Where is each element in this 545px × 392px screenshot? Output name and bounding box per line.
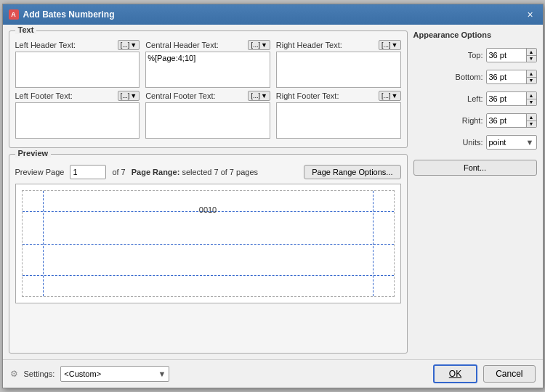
top-spinner-arrows: ▲ ▼ (526, 49, 536, 62)
bottom-spin-down[interactable]: ▼ (527, 78, 536, 84)
central-footer-input[interactable] (145, 102, 270, 139)
bottom-spinner-arrows: ▲ ▼ (526, 70, 536, 83)
add-bates-dialog: A Add Bates Numbering × Text Left Header… (2, 4, 544, 388)
top-label: Top: (468, 51, 483, 60)
central-footer-group: Central Footer Text: [...] ▼ (145, 91, 270, 139)
right-header-label: Right Header Text: (276, 41, 342, 49)
left-header-label-row: Left Header Text: [...] ▼ (15, 40, 140, 50)
right-panel: Appearance Options Top: ▲ ▼ Bottom: (413, 30, 537, 354)
right-spin-down[interactable]: ▼ (527, 121, 536, 128)
central-header-group: Central Header Text: [...] ▼ (145, 40, 270, 88)
left-footer-label-row: Left Footer Text: [...] ▼ (15, 91, 140, 101)
dialog-title: Add Bates Numbering (23, 9, 115, 20)
preview-section: Preview Preview Page ▲ ▼ of 7 Page Range… (9, 154, 408, 354)
right-footer-label-row: Right Footer Text: [...] ▼ (276, 91, 401, 101)
left-spin-down[interactable]: ▼ (527, 99, 536, 106)
right-spinner[interactable]: ▲ ▼ (486, 113, 537, 128)
center-line (23, 244, 394, 245)
left-header-input[interactable] (15, 52, 140, 88)
left-spinner-arrows: ▲ ▼ (526, 92, 536, 105)
cancel-button[interactable]: Cancel (483, 365, 535, 383)
page-range-info: Page Range: selected 7 of 7 pages (132, 168, 298, 176)
central-footer-insert-btn[interactable]: [...] ▼ (248, 91, 270, 101)
units-row: Units: point ▼ (413, 135, 537, 150)
footer-row: Left Footer Text: [...] ▼ Central Footer… (15, 91, 401, 139)
central-footer-label-row: Central Footer Text: [...] ▼ (145, 91, 270, 101)
left-footer-group: Left Footer Text: [...] ▼ (15, 91, 140, 139)
right-spin-up[interactable]: ▲ (527, 114, 536, 121)
dialog-footer: ⚙ Settings: <Custom> ▼ OK Cancel (3, 359, 543, 388)
central-header-input[interactable] (145, 52, 270, 88)
left-panel: Text Left Header Text: [...] ▼ (9, 30, 408, 354)
left-footer-label: Left Footer Text: (15, 91, 73, 100)
bates-number-preview: 0010 (199, 205, 217, 214)
right-header-label-row: Right Header Text: [...] ▼ (276, 40, 401, 50)
central-header-insert-btn[interactable]: [...] ▼ (248, 40, 270, 50)
units-label: Units: (462, 138, 483, 147)
left-row: Left: ▲ ▼ (413, 91, 537, 106)
font-button[interactable]: Font... (413, 160, 537, 176)
units-dropdown-arrow: ▼ (526, 138, 534, 147)
bottom-value[interactable] (487, 73, 526, 81)
right-header-group: Right Header Text: [...] ▼ (276, 40, 401, 88)
left-footer-insert-btn[interactable]: [...] ▼ (118, 91, 140, 101)
left-value[interactable] (487, 94, 526, 103)
right-spinner-arrows: ▲ ▼ (526, 114, 536, 127)
central-header-label-row: Central Header Text: [...] ▼ (145, 40, 270, 50)
left-spinner[interactable]: ▲ ▼ (486, 91, 537, 106)
pdf-icon: A (9, 9, 19, 20)
bottom-spin-up[interactable]: ▲ (527, 70, 536, 78)
text-section: Text Left Header Text: [...] ▼ (9, 30, 408, 148)
left-header-group: Left Header Text: [...] ▼ (15, 40, 140, 88)
bottom-spinner[interactable]: ▲ ▼ (486, 70, 537, 84)
top-row: Top: ▲ ▼ (413, 48, 537, 62)
preview-canvas: 0010 (15, 184, 401, 303)
title-bar-left: A Add Bates Numbering (9, 9, 115, 20)
right-header-input[interactable] (276, 52, 401, 88)
left-header-insert-btn[interactable]: [...] ▼ (118, 40, 140, 50)
bottom-label: Bottom: (456, 73, 483, 81)
ok-button[interactable]: OK (433, 364, 477, 383)
left-label: Left: (467, 94, 483, 103)
title-bar: A Add Bates Numbering × (3, 4, 543, 25)
left-header-label: Left Header Text: (15, 41, 76, 49)
top-spin-up[interactable]: ▲ (527, 49, 536, 56)
preview-section-title: Preview (15, 149, 52, 158)
preview-inner: 0010 (22, 190, 395, 297)
preview-controls: Preview Page ▲ ▼ of 7 Page Range: select… (15, 165, 401, 179)
right-row: Right: ▲ ▼ (413, 113, 537, 128)
bottom-row: Bottom: ▲ ▼ (413, 70, 537, 84)
footer-margin-line (23, 275, 394, 276)
central-footer-label: Central Footer Text: (145, 91, 215, 100)
units-select[interactable]: point ▼ (486, 135, 537, 150)
right-value[interactable] (487, 116, 526, 125)
right-footer-insert-btn[interactable]: [...] ▼ (379, 91, 400, 101)
right-footer-group: Right Footer Text: [...] ▼ (276, 91, 401, 139)
settings-dropdown-arrow: ▼ (158, 369, 166, 378)
page-range-label: Page Range: (132, 168, 180, 176)
right-footer-label: Right Footer Text: (276, 91, 339, 100)
settings-value: <Custom> (64, 369, 101, 378)
page-spinner[interactable]: ▲ ▼ (70, 165, 106, 179)
close-button[interactable]: × (524, 8, 537, 21)
of-text: of 7 (112, 168, 125, 176)
top-spin-down[interactable]: ▼ (527, 56, 536, 62)
units-value: point (489, 138, 506, 147)
left-footer-input[interactable] (15, 102, 140, 139)
central-header-label: Central Header Text: (145, 41, 219, 49)
appearance-title: Appearance Options (413, 30, 537, 39)
top-spinner[interactable]: ▲ ▼ (486, 48, 537, 62)
right-header-insert-btn[interactable]: [...] ▼ (379, 40, 400, 50)
text-section-title: Text (15, 25, 37, 34)
header-row: Left Header Text: [...] ▼ Central Header… (15, 40, 401, 88)
page-value-input[interactable] (70, 168, 106, 176)
top-value[interactable] (487, 51, 526, 60)
right-label: Right: (462, 116, 483, 125)
preview-page-label: Preview Page (15, 168, 65, 176)
dialog-body: Text Left Header Text: [...] ▼ (3, 25, 543, 359)
settings-select[interactable]: <Custom> ▼ (60, 366, 169, 382)
settings-label: Settings: (24, 369, 55, 378)
page-range-options-button[interactable]: Page Range Options... (304, 165, 400, 179)
left-spin-up[interactable]: ▲ (527, 92, 536, 99)
right-footer-input[interactable] (276, 102, 401, 139)
